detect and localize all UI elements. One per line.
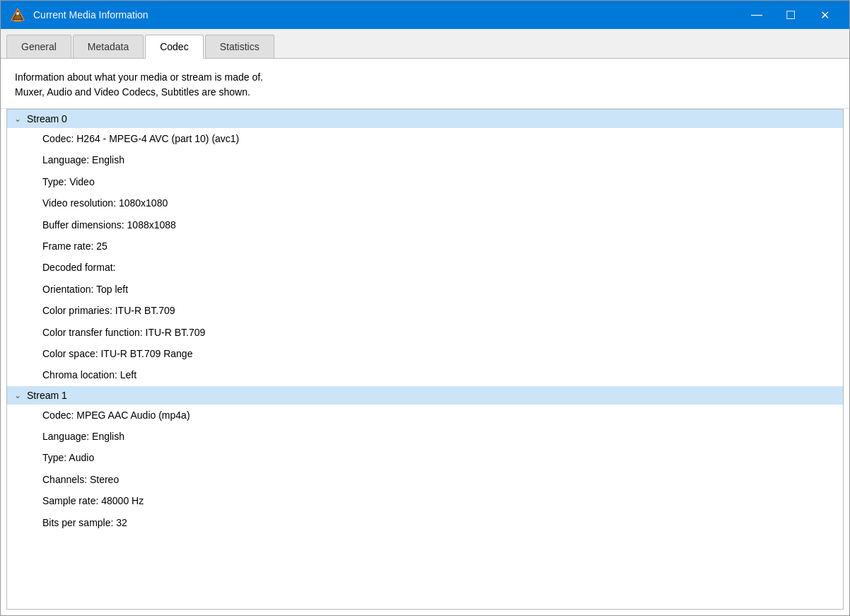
chevron-down-icon: ⌄ — [14, 114, 21, 124]
list-item: Type: Audio — [7, 447, 843, 468]
list-item: Orientation: Top left — [7, 279, 843, 300]
tab-statistics[interactable]: Statistics — [205, 35, 274, 58]
tab-codec[interactable]: Codec — [145, 35, 203, 59]
list-item: Type: Video — [7, 171, 843, 192]
stream-0-header[interactable]: ⌄ Stream 0 — [7, 110, 843, 128]
description: Information about what your media or str… — [1, 59, 849, 109]
list-item: Sample rate: 48000 Hz — [7, 490, 843, 511]
list-item: Bits per sample: 32 — [7, 512, 843, 533]
vlc-icon — [9, 6, 26, 23]
stream-0-details: Codec: H264 - MPEG-4 AVC (part 10) (avc1… — [7, 128, 843, 386]
title-bar: Current Media Information — ☐ ✕ — [1, 1, 849, 29]
list-item: Buffer dimensions: 1088x1088 — [7, 214, 843, 236]
list-item: Channels: Stereo — [7, 469, 843, 490]
svg-rect-2 — [14, 20, 21, 22]
list-item: Language: English — [7, 149, 843, 170]
svg-point-4 — [16, 12, 19, 15]
stream-1-label: Stream 1 — [27, 390, 67, 401]
list-item: Color space: ITU-R BT.709 Range — [7, 343, 843, 364]
stream-1-header[interactable]: ⌄ Stream 1 — [7, 386, 843, 405]
chevron-down-icon: ⌄ — [14, 390, 21, 400]
stream-tree[interactable]: ⌄ Stream 0 Codec: H264 - MPEG-4 AVC (par… — [6, 109, 844, 610]
stream-1-details: Codec: MPEG AAC Audio (mp4a) Language: E… — [7, 405, 843, 533]
list-item: Codec: MPEG AAC Audio (mp4a) — [7, 405, 843, 426]
maximize-button[interactable]: ☐ — [774, 4, 807, 26]
content-area: Information about what your media or str… — [1, 59, 849, 615]
window-controls: — ☐ ✕ — [740, 4, 841, 26]
tab-general[interactable]: General — [6, 35, 71, 58]
list-item: Color primaries: ITU-R BT.709 — [7, 300, 843, 321]
list-item: Color transfer function: ITU-R BT.709 — [7, 322, 843, 343]
tabs-bar: General Metadata Codec Statistics — [1, 29, 849, 59]
main-window: Current Media Information — ☐ ✕ General … — [0, 0, 850, 616]
list-item: Frame rate: 25 — [7, 236, 843, 257]
list-item: Decoded format: — [7, 257, 843, 278]
list-item: Language: English — [7, 426, 843, 447]
stream-0-label: Stream 0 — [27, 113, 67, 124]
list-item: Codec: H264 - MPEG-4 AVC (part 10) (avc1… — [7, 128, 843, 149]
close-button[interactable]: ✕ — [808, 4, 841, 26]
description-line1: Information about what your media or str… — [15, 70, 835, 85]
list-item: Chroma location: Left — [7, 364, 843, 385]
tab-metadata[interactable]: Metadata — [73, 35, 144, 58]
description-line2: Muxer, Audio and Video Codecs, Subtitles… — [15, 85, 835, 100]
list-item: Video resolution: 1080x1080 — [7, 192, 843, 214]
minimize-button[interactable]: — — [740, 4, 773, 26]
window-title: Current Media Information — [33, 9, 740, 21]
